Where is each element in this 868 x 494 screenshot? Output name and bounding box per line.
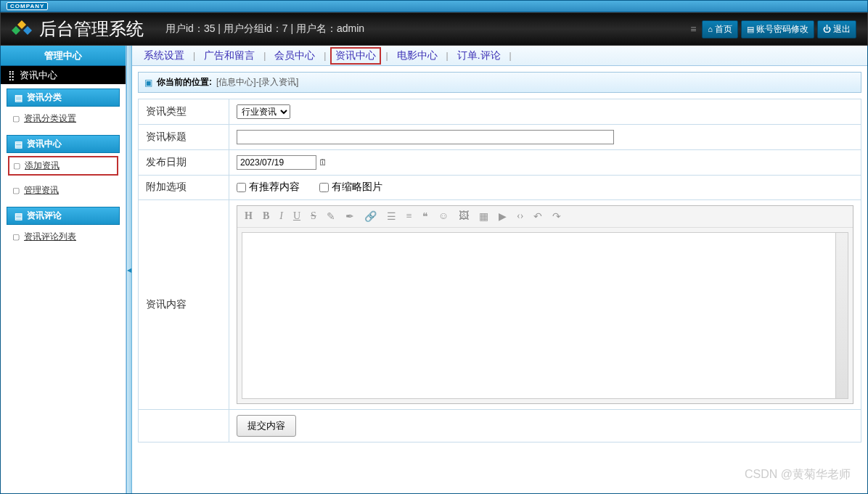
list-icon: ▤ bbox=[15, 211, 22, 221]
list-icon: ▤ bbox=[15, 93, 22, 103]
sidebar-item-manage-news[interactable]: ▢管理资讯 bbox=[8, 181, 118, 199]
chk-thumb-wrap[interactable]: 有缩略图片 bbox=[319, 181, 382, 194]
sidebar: 管理中心 ⣿资讯中心 ▤资讯分类 ▢资讯分类设置 ▤资讯中心 ▢添加资讯 ▢管理… bbox=[1, 46, 126, 493]
tool-list-icon[interactable]: ☰ bbox=[387, 210, 396, 223]
page-icon: ▢ bbox=[12, 114, 20, 123]
submit-button[interactable]: 提交内容 bbox=[237, 415, 296, 437]
password-button[interactable]: ▤账号密码修改 bbox=[741, 20, 814, 38]
tool-code-icon[interactable]: ‹› bbox=[517, 210, 523, 222]
tool-link-icon[interactable]: 🔗 bbox=[364, 210, 377, 223]
menu-lines-icon: ≡ bbox=[690, 23, 696, 35]
list-icon: ▤ bbox=[15, 139, 22, 149]
chk-thumb[interactable] bbox=[319, 183, 329, 192]
label-extra: 附加选项 bbox=[139, 176, 229, 200]
page-icon: ▢ bbox=[12, 186, 20, 195]
tool-heading-icon[interactable]: H bbox=[245, 210, 253, 222]
page-icon: ▢ bbox=[13, 161, 20, 170]
tool-pencil-icon[interactable]: ✎ bbox=[327, 210, 335, 223]
user-info: 用户id：35 | 用户分组id：7 | 用户名：admin bbox=[165, 22, 364, 36]
tool-brush-icon[interactable]: ✒ bbox=[345, 210, 354, 223]
label-content: 资讯内容 bbox=[139, 199, 229, 409]
splitter-handle[interactable] bbox=[126, 46, 132, 493]
tool-image-icon[interactable]: 🖼 bbox=[459, 210, 469, 222]
sidebar-item-add-news[interactable]: ▢添加资讯 bbox=[8, 156, 118, 176]
title-input[interactable] bbox=[237, 130, 614, 144]
doc-icon: ▤ bbox=[747, 25, 754, 34]
breadcrumb-label: 你当前的位置: bbox=[157, 76, 212, 88]
window-titlebar: COMPANY bbox=[0, 0, 868, 12]
nav-ads[interactable]: 广告和留言 bbox=[200, 48, 259, 64]
sidebar-group-news[interactable]: ▤资讯中心 bbox=[7, 135, 120, 153]
sidebar-item-category-settings[interactable]: ▢资讯分类设置 bbox=[8, 110, 118, 128]
tool-strike-icon[interactable]: S bbox=[311, 210, 316, 222]
nav-movies[interactable]: 电影中心 bbox=[393, 48, 442, 64]
page-icon: ▢ bbox=[12, 232, 20, 242]
chk-recommend-wrap[interactable]: 有推荐内容 bbox=[237, 181, 300, 194]
content-area: ▣ 你当前的位置: [信息中心]-[录入资讯] 资讯类型 行业资讯 资讯标题 发… bbox=[132, 66, 867, 493]
header-right: ≡ ⌂首页 ▤账号密码修改 ⏻退出 bbox=[690, 20, 856, 38]
logo-icon bbox=[12, 19, 32, 39]
label-date: 发布日期 bbox=[139, 150, 229, 176]
tool-align-icon[interactable]: ≡ bbox=[406, 210, 412, 222]
tool-bold-icon[interactable]: B bbox=[263, 210, 269, 222]
app-header: 后台管理系统 用户id：35 | 用户分组id：7 | 用户名：admin ≡ … bbox=[0, 12, 868, 46]
sidebar-section-title: ⣿资讯中心 bbox=[1, 66, 126, 84]
tool-table-icon[interactable]: ▦ bbox=[479, 210, 488, 223]
logout-button[interactable]: ⏻退出 bbox=[817, 20, 856, 38]
tool-italic-icon[interactable]: I bbox=[279, 210, 283, 222]
tool-video-icon[interactable]: ▶ bbox=[499, 210, 507, 223]
sidebar-item-comment-list[interactable]: ▢资讯评论列表 bbox=[8, 228, 118, 246]
tool-quote-icon[interactable]: ❝ bbox=[422, 210, 428, 223]
type-select[interactable]: 行业资讯 bbox=[237, 104, 290, 119]
sidebar-title: 管理中心 bbox=[1, 46, 126, 66]
home-button[interactable]: ⌂首页 bbox=[702, 20, 738, 38]
breadcrumb-path: [信息中心]-[录入资讯] bbox=[216, 76, 298, 88]
label-type: 资讯类型 bbox=[139, 99, 229, 125]
tool-emoji-icon[interactable]: ☺ bbox=[438, 210, 449, 222]
power-icon: ⏻ bbox=[823, 25, 831, 33]
label-title: 资讯标题 bbox=[139, 125, 229, 150]
date-input[interactable] bbox=[237, 155, 316, 170]
tool-underline-icon[interactable]: U bbox=[293, 210, 300, 222]
chk-recommend[interactable] bbox=[237, 183, 246, 192]
nav-orders[interactable]: 订单.评论 bbox=[453, 48, 505, 64]
tool-undo-icon[interactable]: ↶ bbox=[533, 210, 542, 223]
nav-members[interactable]: 会员中心 bbox=[270, 48, 319, 64]
company-tag: COMPANY bbox=[7, 2, 48, 10]
dots-icon: ⣿ bbox=[8, 70, 15, 81]
main-panel: 系统设置| 广告和留言| 会员中心| 资讯中心| 电影中心| 订单.评论| ▣ … bbox=[132, 46, 867, 493]
calendar-icon[interactable]: 🗓 bbox=[319, 157, 327, 168]
tool-redo-icon[interactable]: ↷ bbox=[552, 210, 561, 223]
top-nav: 系统设置| 广告和留言| 会员中心| 资讯中心| 电影中心| 订单.评论| bbox=[132, 46, 867, 66]
editor-textarea[interactable] bbox=[242, 232, 848, 399]
breadcrumb: ▣ 你当前的位置: [信息中心]-[录入资讯] bbox=[138, 72, 861, 93]
nav-news[interactable]: 资讯中心 bbox=[330, 47, 381, 65]
body-wrap: 管理中心 ⣿资讯中心 ▤资讯分类 ▢资讯分类设置 ▤资讯中心 ▢添加资讯 ▢管理… bbox=[0, 46, 868, 494]
editor-toolbar: H B I U S ✎ ✒ 🔗 ☰ ≡ ❝ ☺ bbox=[237, 206, 853, 228]
flag-icon: ▣ bbox=[144, 78, 152, 88]
sidebar-group-comments[interactable]: ▤资讯评论 bbox=[7, 207, 120, 225]
form-table: 资讯类型 行业资讯 资讯标题 发布日期 🗓 附加选项 有推荐内容 有缩略图片 bbox=[138, 99, 861, 442]
sidebar-group-category[interactable]: ▤资讯分类 bbox=[7, 88, 120, 107]
rich-editor: H B I U S ✎ ✒ 🔗 ☰ ≡ ❝ ☺ bbox=[237, 205, 853, 404]
nav-system[interactable]: 系统设置 bbox=[139, 48, 189, 64]
app-title: 后台管理系统 bbox=[39, 17, 144, 41]
home-icon: ⌂ bbox=[708, 25, 713, 33]
